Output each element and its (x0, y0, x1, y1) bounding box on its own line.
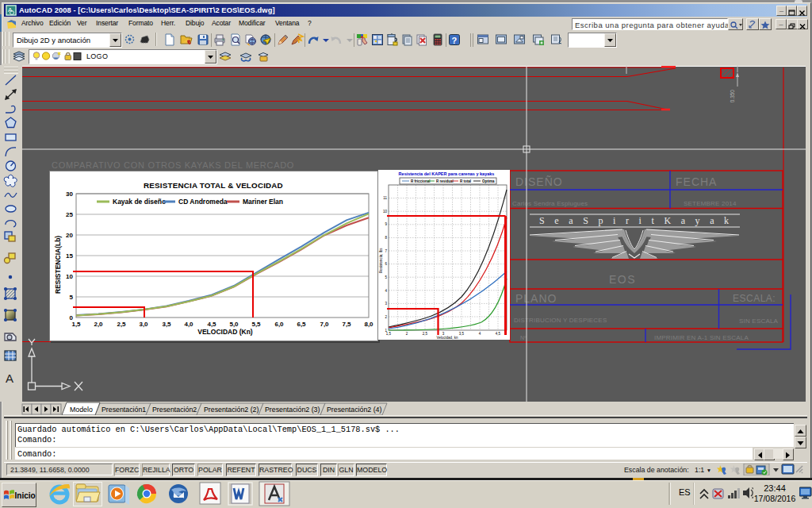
svg-text:Modelo: Modelo (70, 406, 93, 414)
svg-text:4,5: 4,5 (496, 332, 501, 336)
svg-text:Velocidad, kn: Velocidad, kn (437, 336, 458, 340)
svg-text:R total: R total (460, 179, 471, 183)
svg-text:Presentación2 (4): Presentación2 (4) (327, 406, 382, 414)
svg-text:7: 7 (385, 249, 387, 253)
svg-text:CD Andromeda: CD Andromeda (178, 198, 228, 206)
svg-text:10: 10 (383, 210, 388, 214)
svg-text:SETEMBRE 2014: SETEMBRE 2014 (684, 200, 737, 207)
svg-text:2,5: 2,5 (117, 321, 126, 328)
svg-text:11: 11 (383, 196, 387, 200)
svg-text:Presentación2: Presentación2 (152, 406, 197, 414)
svg-text:RESISTENCIA TOTAL & VELOCIDAD: RESISTENCIA TOTAL & VELOCIDAD (144, 181, 283, 190)
svg-text:COMPARATIVO CON OTROS KAYAKS D: COMPARATIVO CON OTROS KAYAKS DEL MERCADO (52, 160, 294, 170)
svg-text:1,5: 1,5 (386, 332, 392, 336)
svg-text:Carlos Sendra Esplugues: Carlos Sendra Esplugues (512, 200, 588, 207)
svg-text:1,5: 1,5 (71, 321, 81, 328)
svg-text:Resistencia del KAPER para car: Resistencia del KAPER para carenas y kay… (399, 171, 495, 176)
svg-text:Nº: Nº (520, 335, 527, 341)
svg-text:Kayak de diseño: Kayak de diseño (113, 198, 166, 206)
svg-text:VELOCIDAD (Kn): VELOCIDAD (Kn) (197, 328, 253, 336)
svg-text:FECHA: FECHA (676, 175, 717, 188)
svg-text:A: A (8, 6, 13, 13)
svg-text:15: 15 (66, 252, 73, 260)
svg-text:5,0: 5,0 (229, 321, 239, 328)
svg-text:Presentación2 (3): Presentación2 (3) (265, 406, 320, 414)
svg-text:Inicio: Inicio (15, 491, 36, 500)
svg-text:5,5: 5,5 (251, 321, 261, 328)
svg-text:3,5: 3,5 (162, 321, 171, 328)
svg-text:6,5: 6,5 (297, 321, 306, 328)
svg-text:0.350: 0.350 (730, 90, 735, 103)
svg-text:10: 10 (66, 273, 73, 280)
svg-text:DISTRIBUCION Y DESPIECES: DISTRIBUCION Y DESPIECES (514, 317, 607, 324)
svg-text:2: 2 (406, 332, 408, 336)
svg-text:IMPRIMIR EN A-1 SIN ESCALA: IMPRIMIR EN A-1 SIN ESCALA (654, 334, 749, 341)
svg-text:4: 4 (385, 289, 387, 293)
svg-text:Mariner Elan: Mariner Elan (243, 198, 283, 206)
svg-text:SeaSpiritKayak: SeaSpiritKayak (539, 215, 739, 226)
svg-text:7,5: 7,5 (342, 321, 351, 328)
svg-text:5: 5 (70, 294, 74, 301)
svg-text:4,5: 4,5 (207, 321, 216, 328)
svg-text:ESCALA:: ESCALA: (733, 293, 776, 304)
svg-text:30: 30 (66, 190, 73, 198)
svg-text:DISEÑO: DISEÑO (515, 175, 563, 188)
svg-text:A: A (6, 371, 13, 385)
svg-text:R residual: R residual (436, 179, 454, 183)
svg-text:25: 25 (66, 211, 73, 218)
svg-text:3,5: 3,5 (459, 332, 465, 336)
svg-text:6: 6 (385, 262, 387, 266)
svg-text:Presentación2 (2): Presentación2 (2) (204, 406, 259, 414)
svg-text:2,5: 2,5 (423, 332, 428, 336)
svg-text:Optima: Optima (482, 179, 495, 183)
svg-text:3,0: 3,0 (139, 321, 148, 328)
svg-text:RESISTENCIA(Lb): RESISTENCIA(Lb) (54, 236, 62, 294)
svg-text:4,0: 4,0 (184, 321, 193, 328)
svg-text:Resistencia, lbs: Resistencia, lbs (379, 248, 383, 273)
svg-text:Presentación1: Presentación1 (102, 406, 146, 414)
svg-text:20: 20 (66, 232, 73, 239)
svg-text:7,0: 7,0 (320, 321, 329, 328)
svg-text:3: 3 (385, 302, 387, 306)
svg-text:5: 5 (385, 275, 387, 279)
svg-text:PLANO: PLANO (515, 292, 557, 305)
svg-text:6,0: 6,0 (274, 321, 284, 328)
svg-text:8,0: 8,0 (364, 321, 373, 328)
svg-text:2,0: 2,0 (94, 321, 103, 328)
svg-text:?: ? (452, 36, 458, 45)
svg-text:R friccional: R friccional (411, 179, 431, 183)
svg-text:EOS: EOS (609, 273, 636, 286)
svg-text:SIN ESCALA: SIN ESCALA (739, 318, 779, 325)
svg-text:4: 4 (479, 332, 481, 336)
svg-text:2: 2 (385, 315, 387, 319)
svg-text:8: 8 (385, 236, 387, 240)
svg-text:9: 9 (385, 222, 387, 226)
